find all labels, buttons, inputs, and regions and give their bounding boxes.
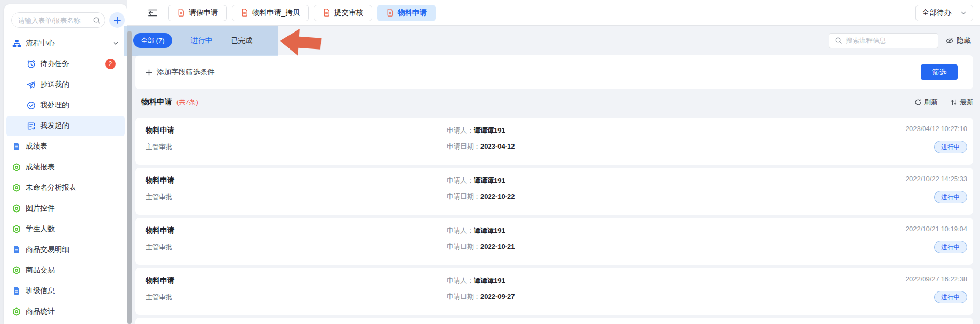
sidebar-item-label: 成绩表 (26, 142, 47, 151)
main-content: 请假申请 物料申请_拷贝 提交审核 (127, 0, 980, 324)
report-icon (12, 225, 21, 233)
status-filter-tab[interactable]: 全部 (7) (133, 33, 172, 48)
tab-label: 物料申请 (398, 8, 427, 18)
sort-label: 最新 (960, 98, 973, 107)
document-icon (323, 9, 330, 17)
sidebar-form-item[interactable]: 班级信息 (4, 281, 127, 301)
sidebar-form-item[interactable]: 学生人数 (4, 219, 127, 239)
sidebar-menu: 流程中心 待办任务 2 (4, 33, 127, 322)
chevron-down-icon (960, 10, 967, 16)
document-icon (386, 9, 394, 17)
report-icon (12, 204, 21, 213)
apply-date-label: 申请日期： (447, 242, 480, 250)
item-timestamp: 2022/09/27 16:22:38 (906, 275, 967, 283)
sidebar-search-input[interactable] (11, 12, 105, 28)
sidebar-item-label: 我发起的 (40, 121, 69, 131)
item-timestamp: 2023/04/12 10:27:10 (906, 125, 967, 133)
process-list-item[interactable]: 物料申请 主管审批 申请人：谭谭谭191 申请日期：2022-10-22 202… (135, 168, 973, 215)
status-tab-label: 已完成 (231, 36, 253, 44)
sidebar-item-process-center[interactable]: 流程中心 (4, 33, 127, 54)
sidebar-item-label: 学生人数 (26, 224, 55, 234)
hide-label: 隐藏 (957, 36, 971, 45)
item-title: 物料申请 (146, 176, 174, 185)
tab-label: 提交审核 (334, 8, 363, 18)
apply-date-label: 申请日期： (447, 293, 480, 300)
add-filter-condition-label: 添加字段筛选条件 (157, 68, 215, 77)
process-toolbar: 全部 (7) 进行中 已完成 隐藏 (127, 26, 980, 55)
status-badge: 进行中 (934, 291, 967, 303)
form-tab[interactable]: 物料申请_拷贝 (232, 5, 309, 21)
document-icon (177, 9, 185, 17)
status-badge: 进行中 (934, 191, 967, 203)
process-list-item[interactable]: 物料申请 主管审批 申请人：谭谭谭191 申请日期：2022-09-27 202… (135, 268, 973, 315)
refresh-button[interactable]: 刷新 (914, 98, 938, 107)
process-list: 物料申请 主管审批 申请人：谭谭谭191 申请日期：2023-04-12 202… (135, 118, 973, 324)
applicant-label: 申请人： (447, 226, 474, 234)
plus-icon (146, 69, 152, 76)
form-tab[interactable]: 提交审核 (314, 5, 372, 21)
process-search-input[interactable] (846, 37, 933, 44)
sidebar-process-item[interactable]: 我处理的 (6, 95, 125, 116)
item-current-step: 主管审批 (146, 293, 172, 302)
sidebar: 流程中心 待办任务 2 (4, 4, 127, 324)
status-tab-label: 全部 (7) (141, 36, 165, 45)
sidebar-form-item[interactable]: 商品交易 (4, 260, 127, 281)
sidebar-scrollbar[interactable] (127, 31, 132, 324)
form-doc-icon (12, 246, 21, 254)
applicant-label: 申请人： (447, 277, 474, 284)
sidebar-form-item[interactable]: 成绩报表 (4, 157, 127, 177)
sidebar-item-label: 未命名分析报表 (26, 183, 76, 192)
sidebar-form-item[interactable]: 图片控件 (4, 198, 127, 219)
applicant-value: 谭谭谭191 (474, 126, 505, 134)
sidebar-form-item[interactable]: 商品统计 (4, 301, 127, 322)
apply-date-label: 申请日期： (447, 192, 480, 200)
refresh-label: 刷新 (924, 98, 938, 107)
status-badge: 进行中 (934, 141, 967, 153)
todo-filter-select[interactable]: 全部待办 (915, 5, 973, 21)
process-list-item[interactable]: 物料申请 主管审批 申请人：谭谭谭191 申请日期：2022-10-21 202… (135, 218, 973, 265)
list-title: 物料申请 (141, 97, 172, 107)
sidebar-process-item[interactable]: 我发起的 (6, 116, 125, 136)
tab-label: 物料申请_拷贝 (252, 8, 300, 18)
list-item-partial[interactable] (135, 318, 973, 324)
search-icon (93, 17, 101, 24)
sidebar-form-item[interactable]: 未命名分析报表 (4, 177, 127, 198)
form-tab[interactable]: 请假申请 (168, 5, 227, 21)
sidebar-item-label: 流程中心 (26, 39, 55, 48)
applicant-value: 谭谭谭191 (474, 176, 505, 184)
filter-card: 添加字段筛选条件 筛选 (135, 55, 973, 89)
applicant-label: 申请人： (447, 176, 474, 184)
add-filter-condition-button[interactable]: 添加字段筛选条件 (146, 68, 215, 77)
process-list-item[interactable]: 物料申请 主管审批 申请人：谭谭谭191 申请日期：2023-04-12 202… (135, 118, 973, 165)
sort-button[interactable]: 最新 (950, 98, 973, 107)
add-form-button[interactable] (109, 12, 125, 28)
item-current-step: 主管审批 (146, 142, 172, 152)
item-current-step: 主管审批 (146, 192, 172, 202)
status-tab-label: 进行中 (191, 36, 213, 44)
sort-icon (950, 99, 957, 106)
report-icon (12, 163, 21, 171)
applicant-label: 申请人： (447, 126, 474, 134)
list-header: 物料申请 (共7条) 刷新 最新 (135, 97, 973, 107)
sidebar-form-item[interactable]: 成绩表 (4, 136, 127, 157)
form-tab[interactable]: 物料申请 (377, 5, 436, 21)
sidebar-item-label: 待办任务 (40, 59, 69, 69)
sidebar-item-label: 商品统计 (26, 307, 55, 316)
hide-button[interactable]: 隐藏 (945, 36, 971, 45)
status-filter-tab[interactable]: 进行中 (191, 36, 213, 45)
sidebar-item-label: 图片控件 (26, 204, 55, 213)
item-title: 物料申请 (146, 226, 174, 235)
collapse-sidebar-icon[interactable] (148, 9, 158, 17)
filter-button[interactable]: 筛选 (921, 64, 958, 80)
sidebar-process-item[interactable]: 待办任务 2 (6, 54, 125, 74)
sitemap-icon (12, 39, 21, 48)
item-current-step: 主管审批 (146, 242, 172, 252)
report-icon (12, 184, 21, 192)
sidebar-process-item[interactable]: 抄送我的 (6, 74, 125, 95)
todo-filter-value: 全部待办 (922, 8, 951, 18)
status-filter-tab[interactable]: 已完成 (231, 36, 253, 45)
clock-icon (27, 60, 36, 69)
apply-date-value: 2022-09-27 (480, 293, 515, 300)
sidebar-form-item[interactable]: 商品交易明细 (4, 239, 127, 260)
chevron-down-icon[interactable] (113, 40, 119, 46)
